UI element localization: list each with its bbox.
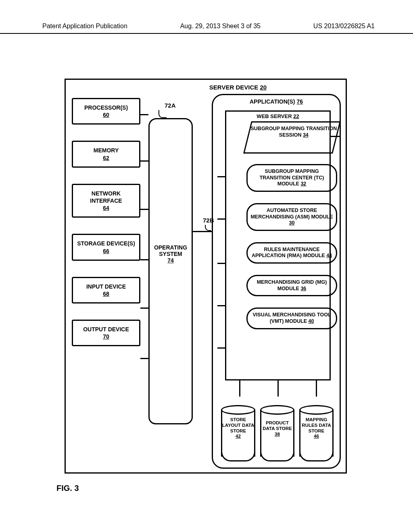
storage-devices-box: STORAGE DEVICE(S)66 bbox=[72, 234, 140, 260]
connector bbox=[217, 263, 226, 264]
mg-module: MERCHANDISING GRID (MG) MODULE 36 bbox=[246, 275, 337, 296]
header-center: Aug. 29, 2013 Sheet 3 of 35 bbox=[180, 23, 261, 30]
header-left: Patent Application Publication bbox=[42, 23, 127, 30]
modules-stack: SUBGROUP MAPPING TRANSITION CENTER (TC) … bbox=[246, 164, 337, 341]
connector bbox=[277, 380, 279, 397]
asm-module: AUTOMATED STORE MERCHANDISING (ASM) MODU… bbox=[246, 203, 337, 231]
store-layout-datastore: STORE LAYOUT DATA STORE42 bbox=[221, 405, 257, 461]
bus-label-72a: 72A bbox=[165, 102, 176, 109]
connector bbox=[331, 136, 340, 137]
datastores-row: STORE LAYOUT DATA STORE42 PRODUCT DATA S… bbox=[221, 405, 335, 461]
connector bbox=[217, 176, 226, 177]
connector bbox=[217, 218, 226, 220]
connector bbox=[193, 231, 213, 232]
connector bbox=[140, 358, 148, 359]
connector bbox=[140, 259, 148, 260]
connector bbox=[217, 305, 226, 306]
header-right: US 2013/0226825 A1 bbox=[313, 23, 375, 30]
bus-tick-72a bbox=[159, 110, 167, 118]
applications-title: APPLICATION(S) 76 bbox=[213, 95, 340, 107]
operating-system-box: OPERATING SYSTEM74 bbox=[148, 118, 193, 424]
rma-module: RULES MAINTENANCE APPLICATION (RMA) MODU… bbox=[246, 242, 337, 264]
page-header: Patent Application Publication Aug. 29, … bbox=[0, 23, 413, 34]
hardware-column: PROCESSOR(S)60 MEMORY62 NETWORK INTERFAC… bbox=[72, 98, 140, 362]
connector bbox=[217, 347, 226, 349]
mapping-rules-datastore: MAPPING RULES DATA STORE46 bbox=[299, 405, 335, 461]
tc-module: SUBGROUP MAPPING TRANSITION CENTER (TC) … bbox=[246, 164, 337, 192]
bus-tick-72b bbox=[205, 225, 211, 231]
applications-box: APPLICATION(S) 76 WEB SERVER 22 SUBGROUP… bbox=[212, 94, 341, 469]
connector bbox=[239, 380, 240, 397]
memory-box: MEMORY62 bbox=[72, 141, 140, 167]
product-datastore: PRODUCT DATA STORE38 bbox=[260, 405, 296, 461]
web-server-box: WEB SERVER 22 SUBGROUP MAPPING TRANSITIO… bbox=[225, 110, 331, 380]
web-server-title: WEB SERVER 22 bbox=[226, 112, 330, 121]
connector bbox=[140, 209, 148, 210]
vmt-module: VISUAL MERCHANDISING TOOL (VMT) MODULE 4… bbox=[246, 308, 337, 329]
figure-label: FIG. 3 bbox=[56, 484, 79, 493]
connector bbox=[316, 380, 317, 397]
session-block: SUBGROUP MAPPING TRANSITION SESSION 34 bbox=[243, 121, 341, 154]
connector bbox=[140, 308, 148, 309]
output-device-box: OUTPUT DEVICE70 bbox=[72, 320, 140, 346]
network-interface-box: NETWORK INTERFACE64 bbox=[72, 184, 140, 218]
connector bbox=[140, 160, 148, 162]
server-device-diagram: SERVER DEVICE 20 PROCESSOR(S)60 MEMORY62… bbox=[65, 79, 347, 474]
connector bbox=[140, 114, 148, 115]
server-title: SERVER DEVICE 20 bbox=[66, 80, 346, 93]
processor-box: PROCESSOR(S)60 bbox=[72, 98, 140, 125]
input-device-box: INPUT DEVICE68 bbox=[72, 277, 140, 303]
